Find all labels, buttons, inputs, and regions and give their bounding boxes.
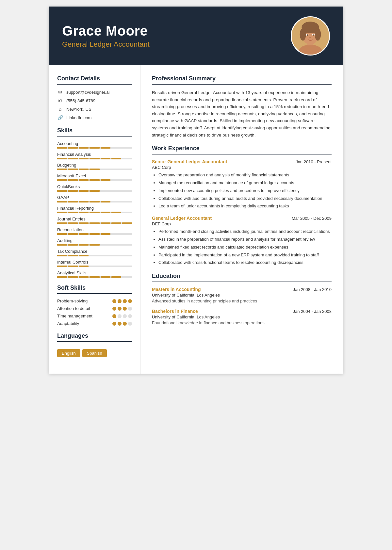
skill-dot: [112, 314, 116, 318]
skill-segment: [79, 190, 89, 192]
summary-text: Results-driven General Ledger Accountant…: [152, 89, 332, 138]
candidate-photo: [291, 16, 330, 56]
soft-skill-item: Time management: [57, 314, 132, 318]
edu-degree: Masters in Accounting: [152, 287, 201, 292]
soft-skill-name: Adaptability: [57, 321, 79, 326]
skill-segment: [122, 244, 132, 246]
job-date: Mar 2005 - Dec 2009: [292, 216, 332, 221]
skill-segment: [122, 212, 132, 213]
skill-segment: [122, 255, 132, 256]
job-bullet: Assisted in the preparation of financial…: [158, 236, 332, 243]
skill-item: Internal Controls: [57, 260, 132, 267]
skill-bar: [57, 147, 132, 149]
job-bullets: Performed month-end closing activities i…: [152, 228, 332, 266]
education-divider: [152, 282, 332, 282]
job-item: General Ledger Accountant Mar 2005 - Dec…: [152, 216, 332, 266]
job-title: General Ledger Accountant: [152, 216, 212, 221]
skill-dot: [128, 322, 132, 326]
soft-skills-list: Problem-solvingAttention to detailTime m…: [57, 299, 132, 326]
edu-header: Bachelors in Finance Jan 2004 - Jan 2008: [152, 309, 332, 314]
soft-skills-section: Soft Skills Problem-solvingAttention to …: [57, 284, 132, 326]
skill-dot: [118, 299, 122, 303]
skill-segment: [122, 201, 132, 202]
skill-segment: [111, 179, 121, 181]
work-experience-divider: [152, 154, 332, 154]
skill-segment: [111, 222, 121, 224]
email-icon: ✉: [57, 89, 63, 95]
body: Contact Details ✉support@cvdesigner.ai✆(…: [49, 65, 343, 374]
contact-item: ✆(555) 345-6789: [57, 98, 132, 104]
skill-segment: [79, 222, 89, 224]
skill-dot: [123, 307, 127, 311]
contact-section: Contact Details ✉support@cvdesigner.ai✆(…: [57, 75, 132, 121]
soft-skill-name: Time management: [57, 314, 92, 318]
skill-segment: [122, 179, 132, 181]
soft-skill-item: Adaptability: [57, 321, 132, 326]
skill-segment: [57, 147, 67, 149]
skill-segment: [79, 158, 89, 159]
skill-bar: [57, 201, 132, 202]
skill-segment: [122, 147, 132, 149]
skill-segment: [68, 158, 78, 159]
skill-bar: [57, 255, 132, 256]
skill-segment: [101, 266, 110, 267]
job-company: DEF Corp: [152, 221, 332, 226]
skill-segment: [90, 255, 99, 256]
phone-icon: ✆: [57, 98, 63, 104]
skill-bar: [57, 233, 132, 235]
contact-text: (555) 345-6789: [66, 98, 95, 103]
job-bullet: Led a team of junior accountants in comp…: [158, 203, 332, 210]
edu-date: Jan 2004 - Jan 2008: [293, 309, 332, 314]
skill-name: Microsoft Excel: [57, 173, 132, 178]
skill-name: Auditing: [57, 238, 132, 243]
contact-text: support@cvdesigner.ai: [66, 90, 109, 95]
skill-bar: [57, 158, 132, 159]
skill-segment: [79, 255, 89, 256]
skill-segment: [90, 266, 99, 267]
svg-point-5: [300, 28, 306, 40]
skills-section-title: Skills: [57, 127, 132, 134]
skill-segment: [79, 212, 89, 213]
edu-school: University of California, Los Angeles: [152, 315, 332, 319]
skill-segment: [111, 169, 121, 170]
work-experience-title: Work Experience: [152, 145, 332, 152]
skill-segment: [57, 190, 67, 192]
skill-segment: [90, 147, 99, 149]
skill-segment: [57, 266, 67, 267]
candidate-name: Grace Moore: [62, 23, 150, 39]
skill-item: Analytical Skills: [57, 270, 132, 278]
skill-name: Analytical Skills: [57, 270, 132, 275]
job-bullet: Implemented new accounting policies and …: [158, 187, 332, 194]
location-icon: ⌂: [57, 106, 63, 112]
skill-name: Journal Entries: [57, 217, 132, 221]
header: Grace Moore General Ledger Accountant: [49, 7, 343, 65]
languages-list: EnglishSpanish: [57, 347, 132, 357]
skill-segment: [101, 222, 110, 224]
skill-segment: [111, 233, 121, 235]
skill-segment: [79, 266, 89, 267]
skill-segment: [101, 201, 110, 202]
skill-segment: [122, 266, 132, 267]
skill-segment: [101, 158, 110, 159]
skill-dot: [128, 307, 132, 311]
candidate-title: General Ledger Accountant: [62, 40, 150, 49]
skill-segment: [79, 276, 89, 278]
skill-segment: [90, 222, 99, 224]
job-header: Senior General Ledger Accountant Jan 201…: [152, 159, 332, 164]
skill-segment: [101, 169, 110, 170]
contact-item: 🔗LinkedIn.com: [57, 115, 132, 121]
skill-segment: [111, 212, 121, 213]
job-bullet: Participated in the implementation of a …: [158, 252, 332, 259]
skill-segment: [122, 169, 132, 170]
skill-dots: [112, 307, 132, 311]
soft-skill-item: Attention to detail: [57, 306, 132, 311]
language-tag: Spanish: [82, 349, 107, 357]
skill-dot: [118, 322, 122, 326]
skill-segment: [68, 190, 78, 192]
left-column: Contact Details ✉support@cvdesigner.ai✆(…: [49, 65, 140, 374]
skill-segment: [101, 276, 110, 278]
skill-dots: [112, 322, 132, 326]
job-bullet: Managed the reconciliation and maintenan…: [158, 180, 332, 186]
summary-section: Professional Summary Results-driven Gene…: [152, 75, 332, 138]
work-experience-section: Work Experience Senior General Ledger Ac…: [152, 145, 332, 266]
